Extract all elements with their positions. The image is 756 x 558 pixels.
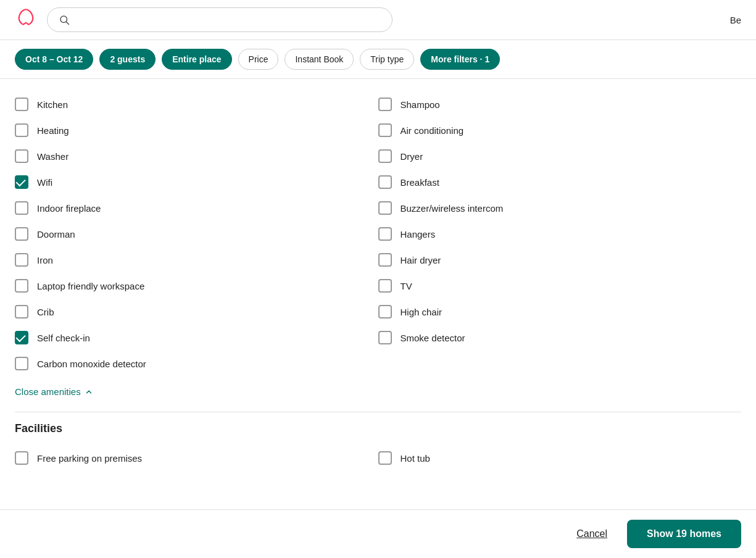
checkbox-laptop-workspace[interactable] [15,279,28,293]
amenity-item: Washer [15,143,378,169]
close-amenities-button[interactable]: Close amenities [15,377,93,402]
divider-1 [15,412,741,412]
amenity-item: Carbon monoxide detector [15,351,378,377]
checkbox-wifi[interactable] [15,175,28,189]
amenity-label-indoor-fireplace: Indoor fireplace [37,203,101,214]
amenity-item: Self check-in [15,325,378,351]
checkbox-heating[interactable] [15,123,28,137]
checkbox-kitchen[interactable] [15,98,28,111]
amenity-label-tv: TV [401,281,412,291]
instant-book-filter[interactable]: Instant Book [285,49,354,70]
amenity-label-shampoo: Shampoo [401,99,440,110]
amenity-item: Laptop friendly workspace [15,273,378,299]
checkbox-doorman[interactable] [15,227,28,241]
amenity-item: Kitchen [15,91,378,117]
amenity-label-free-parking: Free parking on premises [37,453,142,464]
amenity-item: Crib [15,299,378,325]
guests-filter[interactable]: 2 guests [99,49,156,70]
amenity-item: Free parking on premises [15,445,378,471]
checkbox-hot-tub[interactable] [378,451,392,465]
amenity-label-doorman: Doorman [37,229,75,239]
amenity-item: Iron [15,247,378,273]
amenity-label-smoke-detector: Smoke detector [401,333,465,343]
amenity-label-carbon-monoxide: Carbon monoxide detector [37,359,146,369]
amenity-item: TV [378,273,742,299]
checkbox-buzzer[interactable] [378,201,392,215]
airbnb-logo[interactable] [15,8,37,32]
amenity-label-crib: Crib [37,307,54,317]
date-range-filter[interactable]: Oct 8 – Oct 12 [15,49,93,70]
chevron-up-icon [85,388,93,396]
amenity-item: Wifi [15,169,378,195]
trip-type-filter[interactable]: Trip type [360,49,414,70]
facilities-grid: Free parking on premisesHot tub [15,445,741,471]
amenity-label-hangers: Hangers [401,229,436,239]
amenity-label-hot-tub: Hot tub [401,453,430,464]
checkbox-high-chair[interactable] [378,305,392,319]
amenity-label-heating: Heating [37,125,69,136]
svg-line-1 [66,22,69,24]
facilities-title: Facilities [15,422,741,435]
facilities-section: Facilities Free parking on premisesHot t… [15,422,741,471]
checkbox-indoor-fireplace[interactable] [15,201,28,215]
place-type-filter[interactable]: Entire place [162,49,231,70]
checkbox-self-check-in[interactable] [15,331,28,344]
amenity-label-breakfast: Breakfast [401,177,439,188]
amenities-grid: KitchenShampooHeatingAir conditioningWas… [15,91,741,377]
checkbox-hair-dryer[interactable] [378,253,392,267]
amenity-item: Breakfast [378,169,742,195]
checkbox-air-conditioning[interactable] [378,123,392,137]
amenity-label-kitchen: Kitchen [37,99,68,110]
amenity-item: Hangers [378,221,742,247]
search-icon [59,14,70,25]
amenity-label-buzzer: Buzzer/wireless intercom [401,203,504,214]
amenity-label-wifi: Wifi [37,177,52,188]
main-content: KitchenShampooHeatingAir conditioningWas… [0,79,756,504]
amenity-item: Air conditioning [378,117,742,143]
amenity-item: Hot tub [378,445,742,471]
amenity-item: Smoke detector [378,325,742,351]
amenity-label-hair-dryer: Hair dryer [401,255,441,265]
checkbox-smoke-detector[interactable] [378,331,392,344]
price-filter[interactable]: Price [238,49,279,70]
amenity-label-self-check-in: Self check-in [37,333,90,343]
amenity-label-laptop-workspace: Laptop friendly workspace [37,281,144,291]
checkbox-tv[interactable] [378,279,392,293]
checkbox-shampoo[interactable] [378,98,392,111]
search-input[interactable]: Kraków, Poland · Homes [76,15,381,25]
checkbox-hangers[interactable] [378,227,392,241]
checkbox-washer[interactable] [15,149,28,163]
amenity-label-dryer: Dryer [401,151,423,162]
checkbox-dryer[interactable] [378,149,392,163]
amenity-label-high-chair: High chair [401,307,442,317]
amenity-item: Doorman [15,221,378,247]
header-user: Be [730,15,741,25]
amenity-label-iron: Iron [37,255,53,265]
amenity-item: High chair [378,299,742,325]
filter-bar: Oct 8 – Oct 12 2 guests Entire place Pri… [0,40,756,79]
checkbox-iron[interactable] [15,253,28,267]
checkbox-carbon-monoxide[interactable] [15,357,28,370]
amenity-item: Buzzer/wireless intercom [378,195,742,221]
amenity-item: Hair dryer [378,247,742,273]
amenity-label-washer: Washer [37,151,69,162]
checkbox-free-parking[interactable] [15,451,28,465]
checkbox-breakfast[interactable] [378,175,392,189]
amenity-item: Dryer [378,143,742,169]
amenity-item: Heating [15,117,378,143]
search-bar[interactable]: Kraków, Poland · Homes [47,7,393,32]
amenity-item: Indoor fireplace [15,195,378,221]
header: Kraków, Poland · Homes Be [0,0,756,40]
close-amenities-label: Close amenities [15,386,81,397]
more-filters-button[interactable]: More filters · 1 [420,49,500,70]
amenity-item: Shampoo [378,91,742,117]
amenity-label-air-conditioning: Air conditioning [401,125,464,136]
checkbox-crib[interactable] [15,305,28,319]
